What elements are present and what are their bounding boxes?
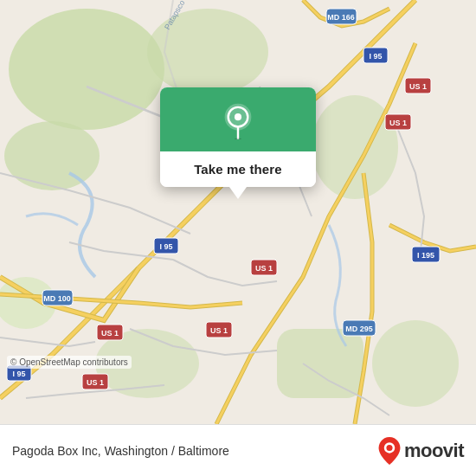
svg-point-1 [9,9,164,130]
svg-text:US 1: US 1 [101,329,119,338]
map-container[interactable]: MD 166 I 95 US 1 US 1 I 95 US 1 MD 100 U… [0,0,476,424]
svg-text:US 1: US 1 [255,264,273,273]
svg-text:MD 100: MD 100 [43,294,71,303]
svg-text:I 95: I 95 [369,52,382,61]
svg-text:US 1: US 1 [87,378,104,387]
svg-rect-5 [277,329,363,398]
svg-text:I 195: I 195 [417,251,434,260]
take-me-there-button[interactable]: Take me there [160,151,316,187]
osm-credit: © OpenStreetMap contributors [7,356,132,369]
location-pin-icon [220,103,256,139]
svg-text:I 95: I 95 [159,242,172,251]
popup-tail [229,187,247,199]
moovit-brand-text: moovit [404,440,464,462]
svg-text:MD 295: MD 295 [345,325,373,333]
bottom-bar: Pagoda Box Inc, Washington / Baltimore m… [0,424,476,476]
svg-text:US 1: US 1 [210,326,228,335]
svg-text:US 1: US 1 [389,119,407,127]
moovit-pin-icon [377,437,402,465]
svg-point-38 [235,113,241,120]
svg-point-7 [372,320,459,407]
location-popup: Take me there [160,87,316,187]
svg-point-41 [386,444,392,450]
moovit-logo: moovit [377,437,464,465]
svg-text:US 1: US 1 [409,82,427,91]
svg-point-39 [235,138,241,139]
svg-point-2 [4,121,100,190]
svg-text:MD 166: MD 166 [327,13,355,22]
popup-icon-area [160,87,316,151]
svg-text:I 95: I 95 [12,370,25,378]
location-label: Pagoda Box Inc, Washington / Baltimore [12,444,377,458]
